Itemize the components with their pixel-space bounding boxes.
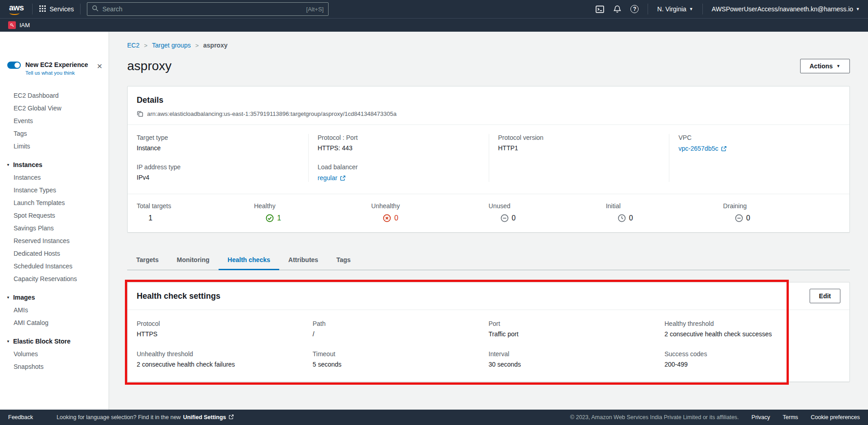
sidebar-item-instances[interactable]: Instances: [0, 171, 109, 184]
chevron-down-icon: ▼: [6, 163, 10, 167]
sidebar-item-reserved-instances[interactable]: Reserved Instances: [0, 234, 109, 247]
sidebar-item-ami-catalog[interactable]: AMI Catalog: [0, 316, 109, 329]
page-title: asproxy: [127, 59, 172, 73]
sidebar-section-images[interactable]: ▼Images: [0, 291, 109, 304]
aws-logo-smile: [10, 11, 19, 15]
sidebar-item-events[interactable]: Events: [0, 115, 109, 127]
external-link-icon: [340, 175, 346, 181]
field-target-type: Target type Instance: [137, 134, 299, 152]
sidebar-item-savings-plans[interactable]: Savings Plans: [0, 222, 109, 234]
chevron-down-icon: ▼: [6, 296, 10, 300]
notifications-bell-icon[interactable]: [613, 5, 621, 13]
app-grid-icon: [39, 5, 46, 14]
divider: [648, 4, 648, 14]
privacy-link[interactable]: Privacy: [752, 414, 770, 420]
field-ip-address-type: IP address type IPv4: [137, 163, 299, 181]
sidebar-item-volumes[interactable]: Volumes: [0, 348, 109, 360]
health-check-settings-grid: Protocol HTTPS Path / Port Traffic port …: [128, 310, 849, 382]
chevron-down-icon: ▼: [689, 7, 693, 11]
actions-button[interactable]: Actions▼: [800, 59, 850, 73]
sidebar-section-instances[interactable]: ▼Instances: [0, 158, 109, 171]
services-menu-button[interactable]: Services: [39, 5, 74, 14]
external-link-icon: [721, 146, 727, 152]
aws-logo[interactable]: aws: [8, 3, 26, 15]
minus-circle-icon: [501, 214, 509, 222]
ec2-sidebar: New EC2 Experience Tell us what you thin…: [0, 32, 109, 410]
close-icon[interactable]: ×: [97, 62, 102, 71]
sidebar-item-amis[interactable]: AMIs: [0, 304, 109, 316]
tab-health-checks[interactable]: Health checks: [219, 251, 279, 270]
iam-service-icon: [8, 21, 16, 29]
account-menu[interactable]: AWSPowerUserAccess/navaneeth.kn@harness.…: [712, 5, 860, 13]
search-icon: [92, 5, 99, 14]
x-circle-icon: [383, 214, 391, 222]
chevron-down-icon: ▼: [836, 64, 840, 68]
tab-attributes[interactable]: Attributes: [279, 251, 327, 270]
language-selection-text: Looking for language selection? Find it …: [57, 414, 181, 420]
sidebar-item-dedicated-hosts[interactable]: Dedicated Hosts: [0, 247, 109, 260]
sidebar-item-instance-types[interactable]: Instance Types: [0, 184, 109, 196]
cookie-preferences-link[interactable]: Cookie preferences: [811, 414, 860, 420]
top-navigation: aws Services [Alt+S] ? N. Virginia▼ AWSP…: [0, 0, 868, 18]
help-icon[interactable]: ?: [630, 5, 639, 13]
breadcrumb-target-groups[interactable]: Target groups: [152, 42, 191, 49]
field-unhealthy-threshold: Unhealthy threshold 2 consecutive health…: [137, 350, 313, 368]
breadcrumb-ec2[interactable]: EC2: [127, 42, 139, 49]
new-experience-title: New EC2 Experience: [25, 61, 92, 69]
cloudshell-icon[interactable]: [596, 5, 604, 14]
global-search[interactable]: [Alt+S]: [87, 2, 329, 16]
details-card: Details arn:aws:elasticloadbalancing:us-…: [127, 86, 850, 233]
stat-initial: Initial 0: [606, 202, 723, 222]
sidebar-item-launch-templates[interactable]: Launch Templates: [0, 196, 109, 209]
footer: Feedback Looking for language selection?…: [0, 410, 868, 425]
divider: [80, 4, 81, 14]
sidebar-item-spot-requests[interactable]: Spot Requests: [0, 209, 109, 222]
copy-icon[interactable]: [137, 110, 143, 117]
vpc-link[interactable]: vpc-2657db5c: [678, 145, 727, 152]
favorites-iam-link[interactable]: IAM: [19, 22, 30, 29]
search-shortcut-hint: [Alt+S]: [306, 6, 324, 13]
field-timeout: Timeout 5 seconds: [313, 350, 489, 368]
field-healthy-threshold: Healthy threshold 2 consecutive health c…: [664, 320, 840, 338]
tab-targets[interactable]: Targets: [127, 251, 168, 270]
details-grid: Target type Instance IP address type IPv…: [128, 124, 849, 194]
edit-button[interactable]: Edit: [810, 289, 840, 303]
terms-link[interactable]: Terms: [783, 414, 798, 420]
sidebar-item-capacity-reservations[interactable]: Capacity Reservations: [0, 272, 109, 285]
health-check-settings-heading: Health check settings: [137, 291, 220, 301]
breadcrumb: EC2 > Target groups > asproxy: [127, 42, 850, 49]
sidebar-section-elastic-block-store[interactable]: ▼Elastic Block Store: [0, 335, 109, 348]
field-port: Port Traffic port: [489, 320, 665, 338]
sidebar-item-ec2-global-view[interactable]: EC2 Global View: [0, 102, 109, 115]
main-content: EC2 > Target groups > asproxy asproxy Ac…: [109, 32, 868, 410]
search-input[interactable]: [102, 5, 302, 13]
stat-unhealthy: Unhealthy 0: [371, 202, 488, 222]
sidebar-item-ec2-dashboard[interactable]: EC2 Dashboard: [0, 89, 109, 102]
field-protocol: Protocol HTTPS: [137, 320, 313, 338]
tab-monitoring[interactable]: Monitoring: [168, 251, 219, 270]
external-link-icon: [229, 414, 234, 421]
sidebar-item-tags[interactable]: Tags: [0, 127, 109, 140]
unified-settings-link[interactable]: Unified Settings: [183, 414, 234, 421]
breadcrumb-separator: >: [195, 42, 199, 49]
sidebar-item-snapshots[interactable]: Snapshots: [0, 360, 109, 373]
field-protocol-version: Protocol version HTTP1: [498, 134, 660, 152]
breadcrumb-separator: >: [144, 42, 148, 49]
new-experience-feedback-link[interactable]: Tell us what you think: [25, 70, 92, 76]
minus-circle-icon: [735, 214, 743, 222]
stat-unused: Unused 0: [489, 202, 606, 222]
target-health-summary: Total targets 1 Healthy 1 Unhealthy 0 Un…: [128, 194, 849, 232]
health-check-settings-card: Health check settings Edit Protocol HTTP…: [127, 282, 850, 382]
sidebar-item-limits[interactable]: Limits: [0, 140, 109, 153]
chevron-down-icon: ▼: [856, 7, 860, 11]
field-load-balancer: Load balancer regular: [318, 163, 480, 182]
sidebar-item-scheduled-instances[interactable]: Scheduled Instances: [0, 260, 109, 272]
new-experience-toggle[interactable]: [7, 62, 21, 69]
feedback-link[interactable]: Feedback: [8, 414, 33, 420]
target-group-arn: arn:aws:elasticloadbalancing:us-east-1:3…: [147, 110, 396, 117]
load-balancer-link[interactable]: regular: [318, 174, 346, 181]
region-selector[interactable]: N. Virginia▼: [657, 5, 693, 13]
field-vpc: VPC vpc-2657db5c: [678, 134, 840, 153]
clock-icon: [618, 214, 626, 222]
tab-tags[interactable]: Tags: [327, 251, 360, 270]
